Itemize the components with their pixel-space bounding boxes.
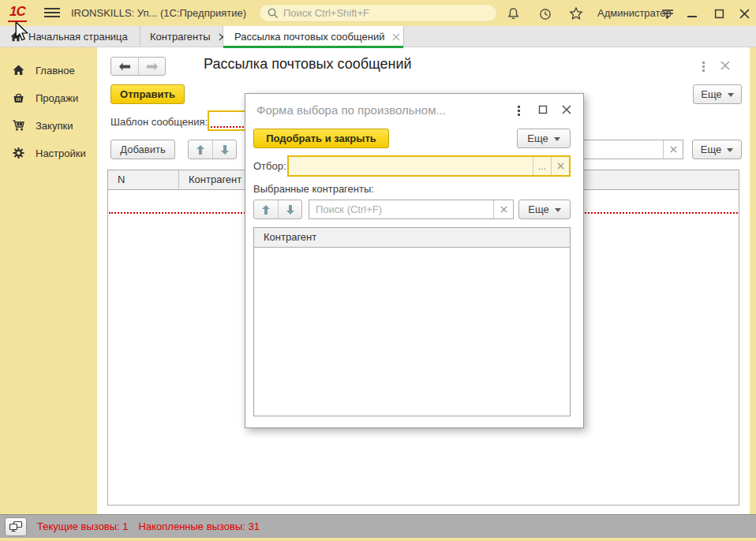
form-menu-kebab-icon[interactable]: [701, 60, 706, 73]
sidebar-item-sales[interactable]: Продажи: [0, 89, 97, 106]
filter-clear-icon[interactable]: [551, 157, 569, 175]
move-down-button[interactable]: [212, 140, 236, 159]
form-more-button[interactable]: Еще: [693, 84, 742, 104]
navigation-buttons: [110, 57, 166, 76]
cart-icon: [12, 119, 25, 132]
tab-label: Рассылка почтовых сообщений: [234, 31, 384, 43]
move-up-button[interactable]: [254, 200, 278, 218]
filter-label: Отбор:: [253, 160, 286, 172]
sidebar-item-main[interactable]: Главное: [0, 62, 97, 79]
selected-counterparties-label: Выбранные контрагенты:: [253, 183, 374, 195]
dialog-close-icon[interactable]: [560, 103, 574, 117]
title-bar: 1С IRONSKILLS: Уп... (1С:Предприятие) Ад…: [0, 0, 756, 26]
global-search[interactable]: [259, 4, 497, 22]
column-header-n[interactable]: N: [108, 170, 179, 189]
tab-counterparties[interactable]: Контрагенты: [140, 26, 223, 47]
app-title: IRONSKILLS: Уп... (1С:Предприятие): [71, 7, 246, 19]
window-bottom-border: [0, 538, 756, 541]
sidebar-item-label: Настройки: [36, 147, 86, 159]
selection-form-dialog: Форма выбора по произвольном... Подобрат…: [245, 93, 584, 428]
home-icon: [12, 64, 25, 76]
tab-home-page[interactable]: Начальная страница: [0, 26, 140, 47]
monitors-icon: [9, 520, 23, 533]
send-button[interactable]: Отправить: [110, 84, 185, 104]
arrow-down-icon: [221, 145, 229, 155]
move-up-button[interactable]: [189, 140, 212, 159]
arrow-up-icon: [196, 145, 204, 155]
dialog-row-move-buttons: [253, 200, 302, 219]
minimize-window-icon[interactable]: [683, 6, 701, 21]
dialog-maximize-icon[interactable]: [536, 103, 550, 117]
chevron-down-icon: [728, 93, 734, 97]
dialog-menu-kebab-icon[interactable]: [516, 104, 522, 118]
dialog-list-more-button[interactable]: Еще: [518, 200, 571, 219]
close-window-icon[interactable]: [735, 6, 753, 21]
history-icon[interactable]: [537, 6, 552, 21]
add-button[interactable]: Добавить: [110, 140, 175, 159]
move-down-button[interactable]: [278, 200, 301, 218]
forward-button[interactable]: [138, 58, 165, 75]
maximize-window-icon[interactable]: [710, 6, 728, 21]
page-title: Рассылка почтовых сообщений: [204, 56, 412, 73]
back-button[interactable]: [111, 58, 138, 75]
tab-mail-distribution[interactable]: Рассылка почтовых сообщений: [223, 26, 404, 47]
tab-close-icon[interactable]: [392, 33, 400, 41]
row-move-buttons: [188, 140, 237, 159]
table-header: Контрагент: [254, 228, 570, 248]
template-label: Шаблон сообщения:: [110, 116, 208, 128]
arrow-left-icon: [118, 62, 131, 71]
arrow-up-icon: [262, 205, 270, 215]
form-close-icon[interactable]: [718, 58, 732, 73]
global-search-input[interactable]: [283, 7, 489, 19]
dialog-search-field[interactable]: [309, 200, 514, 219]
arrow-right-icon: [146, 62, 159, 71]
clear-search-icon[interactable]: [663, 140, 683, 159]
arrow-down-icon: [286, 205, 294, 215]
sidebar: Главное Продажи Закупки: [0, 47, 97, 514]
dialog-more-button[interactable]: Еще: [517, 129, 571, 148]
home-icon: [9, 31, 22, 43]
column-header-counterparty[interactable]: Контрагент: [254, 228, 570, 247]
tab-label: Контрагенты: [150, 31, 211, 43]
sidebar-item-purchases[interactable]: Закупки: [0, 117, 97, 134]
sidebar-item-label: Продажи: [36, 92, 78, 104]
sidebar-item-settings[interactable]: Настройки: [0, 144, 97, 162]
dialog-search-input[interactable]: [309, 200, 493, 218]
accumulated-calls-status: Накопленные вызовы: 31: [139, 520, 260, 532]
pick-and-close-button[interactable]: Подобрать и закрыть: [253, 129, 389, 148]
filter-input[interactable]: [289, 157, 533, 175]
status-bar: Текущие вызовы: 1 Накопленные вызовы: 31: [0, 514, 756, 538]
filter-field[interactable]: ...: [287, 155, 571, 177]
current-calls-status: Текущие вызовы: 1: [37, 520, 129, 532]
window-right-border: [750, 47, 756, 514]
notifications-bell-icon[interactable]: [505, 6, 521, 21]
gear-icon: [12, 147, 25, 159]
search-icon: [267, 7, 279, 19]
current-calls-value: 1: [122, 520, 128, 532]
filter-choose-button[interactable]: ...: [533, 157, 551, 175]
tab-label: Начальная страница: [28, 31, 128, 43]
sidebar-item-label: Закупки: [36, 120, 73, 132]
tab-bar: Начальная страница Контрагенты Рассылка …: [0, 26, 756, 47]
service-menu-icon[interactable]: [660, 6, 676, 21]
favorites-star-icon[interactable]: [568, 6, 584, 21]
clear-search-icon[interactable]: [493, 200, 513, 218]
dialog-title: Форма выбора по произвольном...: [256, 103, 509, 117]
basket-icon: [12, 91, 25, 104]
chevron-down-icon: [727, 148, 733, 152]
chevron-down-icon: [554, 137, 560, 141]
1c-logo: 1С: [8, 4, 27, 22]
performance-indicator-button[interactable]: [5, 517, 27, 536]
sidebar-item-label: Главное: [36, 65, 75, 76]
accumulated-calls-value: 31: [248, 520, 259, 532]
active-tab-indicator: [223, 46, 403, 48]
main-menu-icon[interactable]: [44, 8, 60, 18]
selected-counterparties-table[interactable]: Контрагент: [253, 227, 571, 416]
chevron-down-icon: [555, 208, 561, 212]
table-more-button[interactable]: Еще: [692, 140, 742, 159]
